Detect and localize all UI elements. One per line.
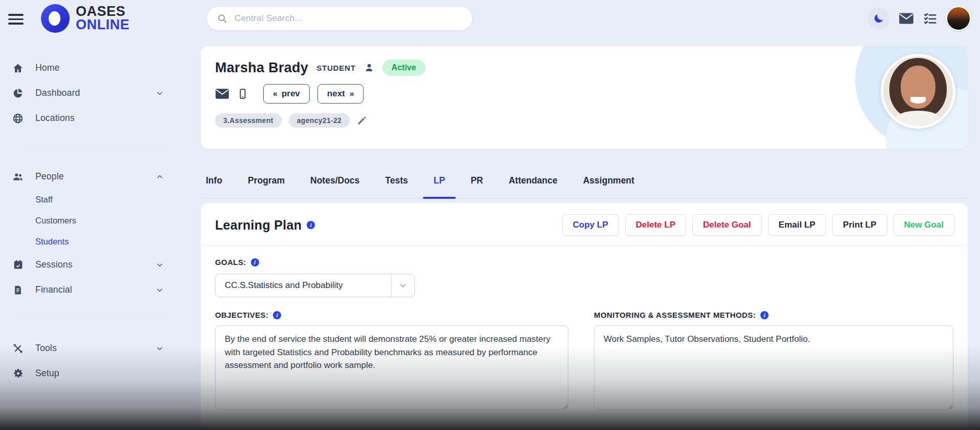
search-input[interactable] (233, 13, 462, 24)
topbar: OASES ONLINE (0, 0, 980, 37)
person-icon (364, 63, 374, 73)
goals-label: GOALS: (215, 258, 246, 267)
monitoring-textarea[interactable]: Work Samples, Tutor Observations, Studen… (594, 325, 953, 409)
chevrons-right-icon: » (350, 89, 354, 98)
app-logo-text: OASES ONLINE (76, 5, 130, 31)
chevron-down-icon (156, 261, 164, 269)
student-name: Marsha Brady (215, 60, 308, 76)
envelope-icon (899, 12, 914, 25)
sidebar-item-students[interactable]: Students (0, 231, 174, 252)
tab-info[interactable]: Info (206, 163, 222, 198)
topbar-actions (868, 0, 971, 37)
chevron-down-icon (156, 89, 164, 97)
dark-mode-button[interactable] (868, 8, 889, 29)
email-lp-button[interactable]: Email LP (768, 214, 826, 236)
status-badge: Active (382, 59, 425, 76)
student-role-label: STUDENT (316, 64, 355, 72)
student-tag: 3.Assessment (215, 113, 282, 128)
sidebar-item-label: Setup (35, 368, 166, 379)
user-avatar[interactable] (946, 6, 971, 31)
sidebar-item-financial[interactable]: Financial (0, 277, 174, 302)
chevron-up-icon (156, 173, 164, 181)
tab-lp[interactable]: LP (434, 163, 445, 198)
globe-icon (11, 113, 25, 124)
info-icon[interactable] (273, 311, 281, 319)
chevron-down-icon (156, 286, 164, 294)
sidebar-item-label: Home (35, 63, 166, 73)
pie-chart-icon (11, 88, 25, 99)
sidebar-item-tools[interactable]: Tools (0, 336, 174, 361)
print-lp-button[interactable]: Print LP (832, 214, 887, 236)
sidebar-item-label: Locations (35, 113, 166, 124)
student-photo (881, 54, 955, 129)
tab-tests[interactable]: Tests (385, 163, 408, 198)
student-tag: agency21-22 (289, 113, 350, 128)
tab-assignment[interactable]: Assignment (583, 163, 634, 198)
sidebar-item-sessions[interactable]: Sessions (0, 252, 174, 277)
people-icon (11, 171, 25, 182)
sidebar-item-label: Customers (35, 216, 76, 226)
sidebar-item-people[interactable]: People (0, 164, 174, 189)
central-search[interactable] (206, 6, 473, 31)
tab-program[interactable]: Program (248, 163, 285, 198)
sidebar-item-setup[interactable]: Setup (0, 361, 174, 386)
sidebar-item-customers[interactable]: Customers (0, 210, 174, 231)
delete-goal-button[interactable]: Delete Goal (692, 214, 762, 236)
logo-line2: ONLINE (76, 18, 130, 32)
student-tabs: Info Program Notes/Docs Tests LP PR Atte… (201, 163, 968, 199)
sidebar-item-label: Staff (35, 195, 53, 204)
tab-notes-docs[interactable]: Notes/Docs (310, 163, 359, 198)
objectives-label: OBJECTIVES: (215, 311, 268, 319)
sidebar-item-staff[interactable]: Staff (0, 189, 174, 210)
info-icon[interactable] (760, 311, 769, 319)
chevron-down-icon (391, 274, 414, 297)
main-content: Marsha Brady STUDENT Active « prev next … (174, 37, 980, 430)
sidebar-divider (20, 148, 168, 149)
messages-button[interactable] (899, 12, 914, 25)
prev-button-label: prev (282, 89, 300, 99)
phone-icon[interactable] (237, 88, 248, 100)
tasks-button[interactable] (923, 12, 937, 25)
copy-lp-button[interactable]: Copy LP (562, 214, 619, 236)
info-icon[interactable] (251, 258, 259, 267)
next-student-button[interactable]: next » (317, 84, 364, 104)
sidebar: Home Dashboard Locations People Staff Cu… (0, 37, 174, 430)
app-logo: OASES ONLINE (41, 4, 130, 33)
sidebar-item-dashboard[interactable]: Dashboard (0, 80, 174, 106)
sidebar-item-label: People (35, 171, 156, 182)
delete-lp-button[interactable]: Delete LP (625, 214, 686, 236)
email-student-button[interactable] (215, 88, 229, 99)
objectives-textarea[interactable]: By the end of service the student will d… (215, 325, 568, 409)
edit-tags-button[interactable] (357, 116, 367, 126)
goal-select[interactable]: CC.S.Statistics and Probability (215, 274, 415, 297)
sidebar-item-label: Sessions (35, 259, 156, 270)
sidebar-item-label: Dashboard (35, 88, 156, 98)
tab-pr[interactable]: PR (471, 163, 483, 198)
calendar-check-icon (11, 259, 25, 270)
sidebar-item-label: Students (35, 237, 69, 247)
home-icon (11, 63, 25, 74)
search-icon (217, 13, 227, 24)
tools-icon (11, 343, 25, 354)
moon-icon (873, 13, 884, 24)
goal-select-value: CC.S.Statistics and Probability (225, 280, 343, 291)
menu-toggle-button[interactable] (7, 10, 27, 28)
sidebar-divider (20, 320, 168, 320)
new-goal-button[interactable]: New Goal (893, 214, 954, 236)
gear-icon (11, 368, 25, 379)
chevrons-left-icon: « (273, 89, 277, 98)
sidebar-item-label: Financial (35, 284, 156, 295)
sidebar-item-locations[interactable]: Locations (0, 106, 174, 131)
student-header-card: Marsha Brady STUDENT Active « prev next … (201, 46, 968, 149)
tab-attendance[interactable]: Attendance (508, 163, 557, 198)
learning-plan-actions: Copy LP Delete LP Delete Goal Email LP P… (562, 214, 954, 236)
oases-logo-icon (41, 4, 70, 33)
chevron-down-icon (156, 344, 164, 353)
sidebar-item-home[interactable]: Home (0, 55, 174, 80)
checklist-icon (923, 12, 937, 25)
learning-plan-title: Learning Plan (215, 218, 302, 233)
prev-student-button[interactable]: « prev (263, 84, 310, 104)
info-icon[interactable] (307, 221, 315, 229)
learning-plan-card: Learning Plan Copy LP Delete LP Delete G… (201, 203, 968, 430)
document-icon (11, 284, 25, 296)
